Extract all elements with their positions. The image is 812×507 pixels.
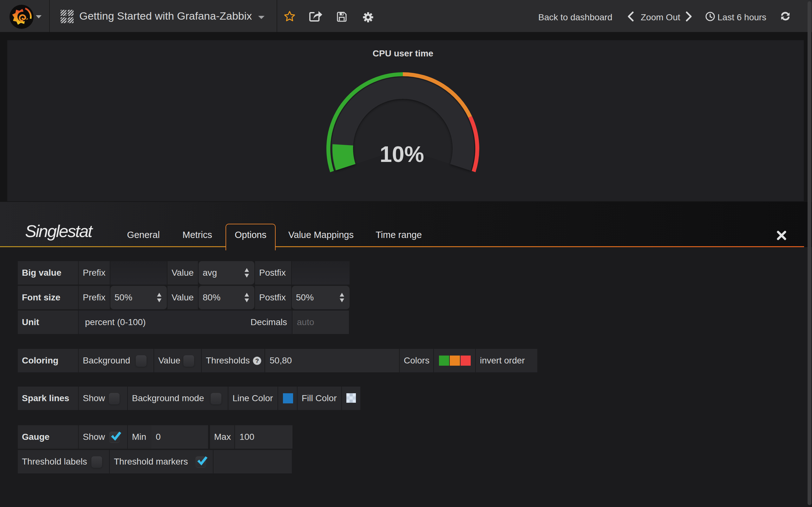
svg-text:?: ? bbox=[255, 357, 259, 364]
